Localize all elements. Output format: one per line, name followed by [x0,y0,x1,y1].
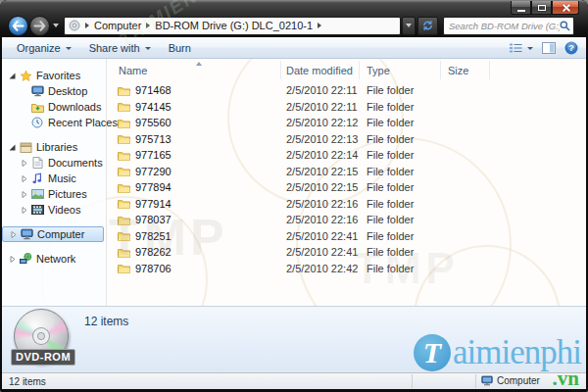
table-row[interactable]: 9787062/5/2010 22:42File folder [107,261,586,277]
recent-places-icon [29,117,45,128]
table-row[interactable]: 9741452/5/2010 22:11File folder [107,99,586,116]
column-header-size[interactable]: Size [441,61,490,79]
burn-button[interactable]: Burn [160,39,200,57]
sidebar-item-pictures[interactable]: Pictures [2,186,106,202]
sidebar-item-documents[interactable]: Documents [2,155,106,171]
organize-button[interactable]: Organize [8,39,80,57]
expander-open-icon[interactable] [7,143,18,152]
drive-icon [69,20,80,31]
address-dropdown-button[interactable] [402,17,416,35]
file-name: 974145 [135,101,172,113]
expander-closed-icon[interactable] [7,255,18,264]
sidebar-item-label: Videos [48,204,80,216]
file-name: 971468 [135,84,172,96]
back-arrow-icon [12,21,24,31]
table-row[interactable]: 9782512/5/2010 22:41File folder [107,228,586,245]
table-row[interactable]: 9755602/5/2010 22:12File folder [107,115,586,131]
status-bar: 12 items Computer [2,372,586,389]
navigation-pane: FavoritesDesktopDownloadsRecent PlacesLi… [2,59,107,306]
content-area: FavoritesDesktopDownloadsRecent PlacesLi… [2,59,586,306]
folder-icon [118,215,130,225]
table-row[interactable]: 9782622/5/2010 22:41File folder [107,244,586,261]
sidebar-item-label: Network [36,253,75,265]
search-box[interactable] [443,17,574,35]
close-button[interactable] [552,1,579,15]
forward-button[interactable] [29,16,50,36]
star-icon [18,70,33,82]
expander-closed-icon[interactable] [19,190,29,199]
sidebar-item-videos[interactable]: Videos [2,202,106,218]
status-separator [412,374,413,388]
expander-open-icon[interactable] [7,72,18,80]
computer-icon [481,375,493,386]
file-type: File folder [360,246,441,258]
details-pane: 12 items [2,306,586,372]
downloads-icon [29,102,45,113]
sidebar-item-computer[interactable]: Computer [2,226,104,242]
table-row[interactable]: 9779142/5/2010 22:16File folder [107,196,586,213]
refresh-button[interactable] [417,17,438,35]
table-row[interactable]: 9778942/5/2010 22:15File folder [107,179,586,196]
burn-label: Burn [169,42,191,54]
sidebar-item-libraries[interactable]: Libraries [2,139,106,155]
sidebar-item-label: Recent Places [48,117,118,128]
file-list: 9714682/5/2010 22:11File folder9741452/5… [107,82,586,276]
address-bar[interactable]: Computer BD-ROM Drive (G:) DLC_0210-1 [64,17,401,35]
close-icon [562,3,570,12]
pictures-icon [29,189,45,199]
sidebar-item-network[interactable]: Network [2,251,106,267]
sidebar-item-favorites[interactable]: Favorites [2,68,106,83]
minimize-button[interactable] [511,1,531,15]
search-input[interactable] [449,21,560,31]
folder-icon [118,263,130,273]
title-bar: Computer BD-ROM Drive (G:) DLC_0210-1 [0,0,588,37]
breadcrumb-segment-drive[interactable]: BD-ROM Drive (G:) DLC_0210-1 [155,20,313,31]
maximize-button[interactable] [531,1,552,15]
column-header-type[interactable]: Type [360,61,441,79]
folder-icon [118,198,130,209]
column-header-name[interactable]: Name [107,61,281,79]
change-view-button[interactable] [509,42,533,54]
preview-pane-button[interactable] [542,42,556,54]
list-view-icon [509,42,523,54]
column-header-date-modified[interactable]: Date modified [281,61,360,79]
table-row[interactable]: 9780372/5/2010 22:16File folder [107,212,586,228]
table-row[interactable]: 9714682/5/2010 22:11File folder [107,82,586,99]
help-button[interactable]: ? [564,41,578,55]
expander-closed-icon[interactable] [8,230,19,239]
file-date-modified: 2/5/2010 22:15 [281,166,360,177]
file-type: File folder [360,230,441,242]
file-date-modified: 2/5/2010 22:41 [281,230,360,242]
expander-closed-icon[interactable] [19,159,29,168]
file-type: File folder [360,84,441,96]
expander-closed-icon[interactable] [19,174,29,183]
help-icon: ? [564,41,578,55]
status-location-label: Computer [497,375,540,386]
file-date-modified: 2/5/2010 22:12 [281,117,360,128]
file-type: File folder [360,181,441,193]
table-row[interactable]: 9757132/5/2010 22:13File folder [107,131,586,148]
file-type: File folder [360,149,441,161]
organize-label: Organize [17,42,61,54]
share-with-button[interactable]: Share with [80,39,160,57]
file-type: File folder [360,101,441,113]
expander-closed-icon[interactable] [19,206,29,215]
chevron-down-icon [527,47,533,50]
sidebar-item-music[interactable]: Music [2,171,106,186]
sidebar-item-recent-places[interactable]: Recent Places [2,115,106,130]
command-toolbar: Organize Share with Burn [2,37,586,59]
sidebar-item-downloads[interactable]: Downloads [2,99,106,115]
table-row[interactable]: 9771652/5/2010 22:14File folder [107,147,586,164]
status-separator [475,374,476,388]
table-row[interactable]: 9772902/5/2010 22:15File folder [107,164,586,180]
folder-icon [118,247,130,258]
file-date-modified: 2/5/2010 22:13 [281,133,360,145]
sidebar-item-label: Desktop [48,85,87,97]
breadcrumb-segment-computer[interactable]: Computer [94,20,141,31]
back-button[interactable] [8,16,28,36]
sidebar-item-label: Pictures [48,188,87,200]
folder-icon [118,166,130,176]
recent-pages-dropdown[interactable] [53,24,59,27]
documents-icon [29,157,45,169]
sidebar-item-desktop[interactable]: Desktop [2,83,106,99]
